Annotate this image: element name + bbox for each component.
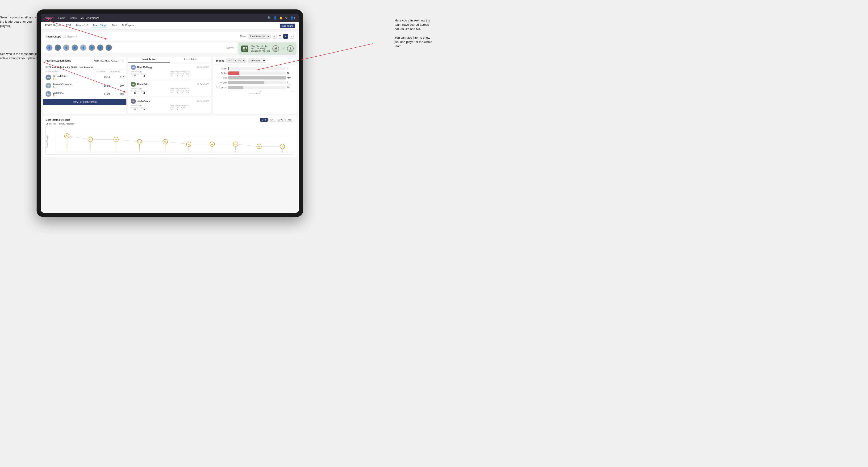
show-label: Show: — [240, 35, 246, 38]
bar-fill-bogeys — [228, 81, 264, 84]
streaks-header: Best Round Streaks OTT APP ARG PUTT — [45, 118, 294, 122]
user-icon[interactable]: 👤 — [273, 16, 277, 20]
pa-practice-val-2: Practice 4 — [141, 90, 147, 95]
lb-score-3: 17/20 — [96, 93, 110, 95]
pa-practice-values: OTT 0 APP 0 ARG 0 — [170, 73, 209, 77]
pa-putt-2: PUTT 0 — [186, 90, 190, 94]
pa-putt: PUTT 1 — [186, 73, 190, 77]
shot-distance: 198 yds — [241, 45, 248, 52]
svg-text:4x: 4x — [188, 143, 190, 145]
streaks-btn-putt[interactable]: PUTT — [285, 118, 294, 122]
view-filter-icon[interactable]: ≡ — [289, 34, 294, 39]
svg-text:7x: 7x — [66, 135, 68, 137]
lb-name-1: Richard Butler — [53, 75, 67, 77]
avatar[interactable]: 👤 — [88, 44, 95, 51]
bar-track-dbogeys — [228, 86, 286, 89]
bar-label-dbogeys: B. Bogeys + — [216, 86, 227, 88]
streaks-chart: Fairway Accuracy 7x — [45, 126, 294, 155]
nav-teams[interactable]: Teams — [69, 16, 76, 20]
bell-icon[interactable]: 🔔 — [279, 16, 283, 20]
pa-name-3: Josh Coles — [137, 100, 150, 102]
show-filter: Show: Last 3 months ▦ ☰ ⊞ ≡ — [240, 34, 294, 39]
scoring-filter-players[interactable]: All Players — [248, 59, 266, 63]
streaks-btn-ott[interactable]: OTT — [260, 118, 268, 122]
col-pb-avg: PB AVG SQ — [110, 70, 124, 72]
lb-name-3: Cameron... — [53, 92, 64, 94]
leaderboard-card-header: Practice Leaderboards PUTT Must Make Put… — [43, 57, 126, 65]
view-leaderboard-button[interactable]: View Full Leaderboard — [43, 99, 126, 105]
edit-team-icon[interactable]: ✎ — [75, 35, 78, 38]
avatar[interactable]: 👤 — [97, 44, 103, 51]
pa-player-3: JC Josh Coles — [131, 99, 150, 104]
shot-details: Shot Dist: 16 yds Start Lie: Rough End L… — [251, 45, 270, 52]
pa-avatar-3: JC — [131, 99, 136, 104]
players-card: 👤 👤 👤 👤 👤 👤 👤 👤 Players — [43, 42, 237, 53]
tab-least-active[interactable]: Least Active — [170, 57, 211, 63]
tab-most-active[interactable]: Most Active — [128, 57, 170, 63]
table-row: EC Edward Crossman 🥈 2 18/20 107 — [43, 82, 126, 90]
drill-selector[interactable]: PUTT Must Make Putting... — [92, 59, 124, 63]
bar-fill-dbogeys — [228, 86, 243, 89]
nav-my-performance[interactable]: My Performance — [81, 16, 99, 20]
pa-app-3: APP 0 — [176, 107, 179, 111]
lb-avg-1: 110 — [110, 76, 124, 79]
bar-row-bogeys: Bogeys 311 — [216, 81, 294, 84]
score-bars: Eagles 3 Birdies 96 — [213, 65, 297, 98]
shot-circle-1: 16 yds — [272, 45, 279, 52]
pa-date-3: 26 Aug 2023 — [197, 100, 209, 102]
search-icon[interactable]: 🔍 — [268, 16, 271, 20]
tablet-frame: clippd Home Teams My Performance 🔍 👤 🔔 ⚙… — [36, 9, 303, 217]
lb-avatar-2: EC — [45, 83, 51, 88]
lb-badge-gold: 🥇 1 — [53, 78, 67, 80]
table-row: CA Cameron... 🥉 3 17/20 103 — [43, 90, 126, 98]
subnav-links: PGAT Players PGA Hcaps 1-5 Team Clippd T… — [44, 24, 280, 28]
pa-rounds-values-3: Tournament 7 Practice 2 — [131, 107, 169, 112]
lb-player-3: CA Cameron... 🥉 3 — [45, 91, 96, 97]
total-shots-label: Total Shots — [216, 92, 294, 96]
subnav-team-clippd[interactable]: Team Clippd — [92, 24, 107, 28]
streaks-btn-app[interactable]: APP — [269, 118, 276, 122]
avatar[interactable]: 👤 — [80, 44, 87, 51]
bar-track-pars — [228, 76, 286, 80]
avatar[interactable]: 👤 — [105, 44, 112, 51]
avatar[interactable]: 👤 — [46, 44, 53, 51]
pa-name-1: Blair McHarg — [137, 66, 152, 69]
avatar-icon[interactable]: 👤▾ — [290, 16, 295, 20]
add-team-button[interactable]: Add Team — [280, 24, 295, 28]
avatar[interactable]: 👤 — [55, 44, 61, 51]
subnav-pgat[interactable]: PGAT Players — [44, 24, 62, 28]
subnav: PGAT Players PGA Hcaps 1-5 Team Clippd T… — [41, 22, 299, 30]
pa-tournament-val-2: Tournament 8 — [131, 90, 140, 95]
three-col-layout: Practice Leaderboards PUTT Must Make Put… — [43, 57, 297, 114]
settings-icon[interactable]: ⚙ — [285, 16, 288, 20]
svg-text:5x: 5x — [164, 141, 166, 143]
view-grid-icon[interactable]: ▦ — [272, 34, 277, 39]
view-table-icon[interactable]: ☰ — [278, 34, 282, 39]
axis-200: 200 — [259, 90, 262, 92]
bar-val-birdies: 96 — [287, 72, 294, 74]
view-card-icon[interactable]: ⊞ — [283, 34, 288, 39]
list-item: JC Josh Coles 26 Aug 2023 Total Rounds T… — [128, 97, 212, 114]
subnav-tour[interactable]: Tour — [111, 24, 117, 28]
main-content: Team Clippd 14 Players ✎ Show: Last 3 mo… — [41, 30, 299, 213]
subnav-pga[interactable]: PGA — [66, 24, 72, 28]
scoring-filter-par[interactable]: Par 3, 4 & 5s — [226, 59, 247, 63]
score-axis: 0 200 400 — [216, 90, 294, 92]
bar-label-bogeys: Bogeys — [216, 81, 227, 84]
avatar[interactable]: 👤 — [71, 44, 78, 51]
annotation-top-left: Select a practice drill and see the lead… — [0, 15, 42, 28]
pa-practice-val-3: Practice 2 — [141, 107, 147, 112]
pa-ott: OTT 0 — [170, 73, 174, 77]
pa-rounds-group: Total Rounds Tournament 7 Practice 6 — [131, 71, 169, 77]
streaks-btn-arg[interactable]: ARG — [277, 118, 285, 122]
avatar[interactable]: 👤 — [63, 44, 69, 51]
pa-practice-act-label: Total Practice Activities — [170, 71, 209, 73]
subnav-hcaps[interactable]: Hcaps 1-5 — [76, 24, 88, 28]
col-player-name: PLAYER NAME — [45, 70, 96, 72]
subnav-all-players[interactable]: All Players — [121, 24, 134, 28]
svg-text:6x: 6x — [115, 138, 117, 141]
team-title: Team Clippd — [46, 35, 61, 38]
nav-home[interactable]: Home — [58, 16, 65, 20]
player-avatars: 👤 👤 👤 👤 👤 👤 👤 👤 — [46, 44, 112, 51]
show-period-select[interactable]: Last 3 months — [248, 34, 271, 39]
